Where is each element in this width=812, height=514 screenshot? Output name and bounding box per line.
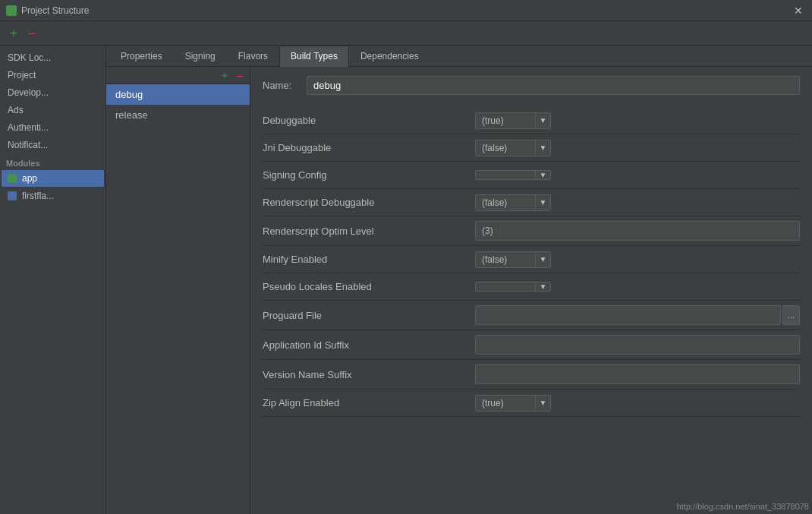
prop-label-application-id-suffix: Application Id Suffix xyxy=(263,339,475,351)
prop-value-zip-align-enabled: (true)▼ xyxy=(475,395,800,412)
dropdown-debuggable[interactable]: (true)▼ xyxy=(475,112,551,129)
sidebar-item-notifications[interactable]: Notificat... xyxy=(2,137,104,153)
prop-label-zip-align-enabled: Zip Align Enabled xyxy=(263,397,475,408)
proguard-browse-button[interactable]: ... xyxy=(782,305,800,325)
prop-row-renderscript-debuggable: Renderscript Debuggable(false)▼ xyxy=(263,189,800,216)
prop-value-renderscript-optim-level: (3) xyxy=(475,221,800,241)
prop-row-application-id-suffix: Application Id Suffix xyxy=(263,330,800,360)
prop-label-signing-config: Signing Config xyxy=(263,169,475,181)
prop-row-renderscript-optim-level: Renderscript Optim Level(3) xyxy=(263,216,800,246)
dropdown-value-minify-enabled: (false) xyxy=(476,252,535,267)
dropdown-value-jni-debuggable: (false) xyxy=(476,140,535,156)
prop-label-version-name-suffix: Version Name Suffix xyxy=(263,369,475,380)
prop-value-proguard-file: ... xyxy=(475,305,800,325)
sidebar-modules-section: Modules xyxy=(0,154,105,169)
dropdown-zip-align-enabled[interactable]: (true)▼ xyxy=(475,395,551,412)
dropdown-minify-enabled[interactable]: (false)▼ xyxy=(475,251,551,268)
dropdown-arrow-debuggable[interactable]: ▼ xyxy=(535,113,550,128)
prop-row-proguard-file: Proguard File... xyxy=(263,301,800,330)
content-area: PropertiesSigningFlavorsBuild TypesDepen… xyxy=(106,46,812,514)
tab-build-types[interactable]: Build Types xyxy=(279,46,349,67)
toolbar-add-button[interactable]: + xyxy=(6,26,21,41)
toolbar: + – xyxy=(0,21,812,46)
sidebar-item-authentication[interactable]: Authenti... xyxy=(2,119,104,136)
build-item-debug[interactable]: debug xyxy=(106,84,250,105)
prop-label-renderscript-optim-level: Renderscript Optim Level xyxy=(263,225,475,237)
static-value-renderscript-optim-level: (3) xyxy=(475,221,800,241)
tabs-bar: PropertiesSigningFlavorsBuild TypesDepen… xyxy=(106,46,812,67)
sidebar: SDK Loc...ProjectDevelop...AdsAuthenti..… xyxy=(0,46,106,514)
build-list-header: + – xyxy=(106,67,250,84)
sidebar-item-sdk-location[interactable]: SDK Loc... xyxy=(2,49,104,66)
dropdown-value-renderscript-debuggable: (false) xyxy=(476,195,535,210)
dropdown-arrow-renderscript-debuggable[interactable]: ▼ xyxy=(535,195,550,210)
title-bar: Project Structure ✕ xyxy=(0,0,812,21)
prop-label-renderscript-debuggable: Renderscript Debuggable xyxy=(263,197,475,208)
prop-label-pseudo-locales-enabled: Pseudo Locales Enabled xyxy=(263,281,475,292)
tab-signing[interactable]: Signing xyxy=(174,46,227,67)
close-button[interactable]: ✕ xyxy=(791,3,806,18)
build-panel: + – debugrelease Name: Debuggable(true)▼… xyxy=(106,67,812,514)
sidebar-item-developer[interactable]: Develop... xyxy=(2,84,104,101)
prop-value-application-id-suffix xyxy=(475,335,800,355)
prop-value-minify-enabled: (false)▼ xyxy=(475,251,800,268)
prop-row-jni-debuggable: Jni Debuggable(false)▼ xyxy=(263,134,800,162)
prop-label-proguard-file: Proguard File xyxy=(263,310,475,321)
build-add-button[interactable]: + xyxy=(218,68,231,82)
dropdown-value-pseudo-locales-enabled xyxy=(476,282,535,291)
toolbar-remove-button[interactable]: – xyxy=(24,26,39,41)
dropdown-value-debuggable: (true) xyxy=(476,113,535,128)
tab-properties[interactable]: Properties xyxy=(109,46,174,67)
sidebar-item-project[interactable]: Project xyxy=(2,67,104,84)
name-input[interactable] xyxy=(307,76,800,95)
build-list-pane: + – debugrelease xyxy=(106,67,250,514)
build-remove-button[interactable]: – xyxy=(233,68,247,82)
build-list-items: debugrelease xyxy=(106,84,250,514)
dropdown-signing-config[interactable]: ▼ xyxy=(475,170,551,180)
dropdown-renderscript-debuggable[interactable]: (false)▼ xyxy=(475,194,551,211)
module-label-firstfla: firstfla... xyxy=(22,191,54,201)
build-item-release[interactable]: release xyxy=(106,105,250,125)
prop-label-minify-enabled: Minify Enabled xyxy=(263,254,475,265)
prop-row-zip-align-enabled: Zip Align Enabled(true)▼ xyxy=(263,389,800,417)
prop-value-signing-config: ▼ xyxy=(475,170,800,180)
sidebar-item-app[interactable]: app xyxy=(2,170,104,187)
prop-row-debuggable: Debuggable(true)▼ xyxy=(263,107,800,134)
dropdown-pseudo-locales-enabled[interactable]: ▼ xyxy=(475,282,551,292)
main-layout: SDK Loc...ProjectDevelop...AdsAuthenti..… xyxy=(0,46,812,514)
sidebar-item-firstfla[interactable]: firstfla... xyxy=(2,188,104,204)
dropdown-arrow-jni-debuggable[interactable]: ▼ xyxy=(535,140,550,156)
app-icon xyxy=(6,5,17,16)
prop-label-jni-debuggable: Jni Debuggable xyxy=(263,142,475,153)
prop-value-debuggable: (true)▼ xyxy=(475,112,800,129)
dropdown-arrow-pseudo-locales-enabled[interactable]: ▼ xyxy=(535,282,550,291)
dropdown-value-zip-align-enabled: (true) xyxy=(476,396,535,411)
sidebar-item-ads[interactable]: Ads xyxy=(2,102,104,118)
prop-label-debuggable: Debuggable xyxy=(263,115,475,126)
dropdown-arrow-signing-config[interactable]: ▼ xyxy=(535,171,550,179)
prop-value-jni-debuggable: (false)▼ xyxy=(475,140,800,156)
prop-row-version-name-suffix: Version Name Suffix xyxy=(263,360,800,389)
prop-row-minify-enabled: Minify Enabled(false)▼ xyxy=(263,246,800,273)
module-label-app: app xyxy=(22,173,37,184)
field-rows: Debuggable(true)▼Jni Debuggable(false)▼S… xyxy=(263,107,800,417)
title-bar-text: Project Structure xyxy=(21,5,791,16)
text-input-version-name-suffix[interactable] xyxy=(475,364,800,384)
name-row: Name: xyxy=(263,76,800,95)
prop-value-version-name-suffix xyxy=(475,364,800,384)
prop-value-pseudo-locales-enabled: ▼ xyxy=(475,282,800,292)
prop-row-pseudo-locales-enabled: Pseudo Locales Enabled▼ xyxy=(263,273,800,301)
proguard-input[interactable] xyxy=(475,305,781,325)
tab-dependencies[interactable]: Dependencies xyxy=(349,46,430,67)
props-pane: Name: Debuggable(true)▼Jni Debuggable(fa… xyxy=(250,67,812,514)
name-label: Name: xyxy=(263,80,301,91)
dropdown-jni-debuggable[interactable]: (false)▼ xyxy=(475,140,551,156)
dropdown-arrow-zip-align-enabled[interactable]: ▼ xyxy=(535,396,550,411)
text-input-application-id-suffix[interactable] xyxy=(475,335,800,355)
tab-flavors[interactable]: Flavors xyxy=(227,46,279,67)
module-icon-app xyxy=(8,174,17,183)
module-icon-firstfla xyxy=(8,191,17,200)
dropdown-arrow-minify-enabled[interactable]: ▼ xyxy=(535,252,550,267)
prop-row-signing-config: Signing Config▼ xyxy=(263,162,800,189)
dropdown-value-signing-config xyxy=(476,171,535,179)
